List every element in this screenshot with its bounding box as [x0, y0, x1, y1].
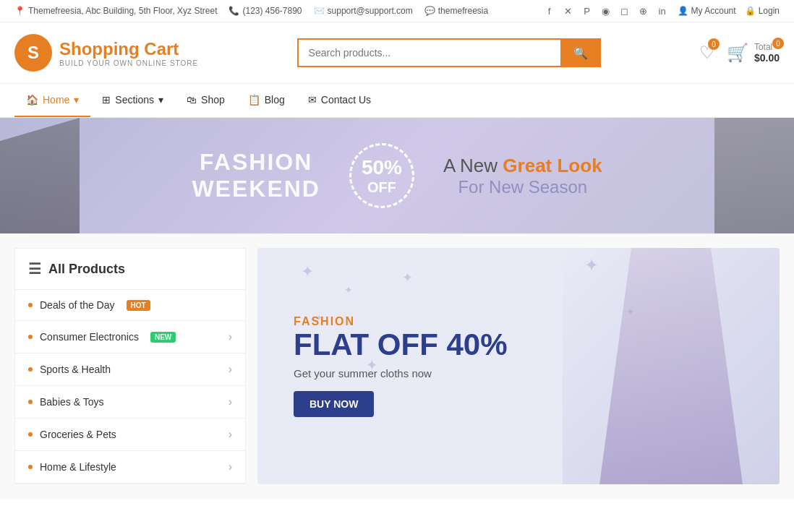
nav-item-blog[interactable]: 📋 Blog	[236, 84, 296, 117]
skype: 💬 themefreesia	[424, 6, 488, 16]
top-bar-right: f ✕ P ◉ ◻ ⊕ in 👤 My Account 🔒 Login	[543, 4, 780, 17]
social-icons: f ✕ P ◉ ◻ ⊕ in	[543, 4, 669, 17]
main-nav: 🏠 Home ▾ ⊞ Sections ▾ 🛍 Shop 📋 Blog ✉ Co…	[0, 83, 794, 118]
hero-text-fashion: FASHION WEEKEND	[192, 149, 320, 202]
linkedin-icon[interactable]: in	[656, 4, 669, 17]
main-content: ☰ All Products Deals of the Day HOT Cons…	[0, 233, 794, 499]
cart-icon: 🛒	[727, 43, 748, 63]
promo-panel: ✦ ✦ ✦ ✦ ✦ ✦ ✦ ✦ FASHION FLAT OFF 40% Get…	[257, 248, 780, 484]
wishlist-button[interactable]: ♡ 0	[699, 43, 715, 63]
bullet-icon	[28, 367, 33, 372]
hero-text-season: A New Great Look For New Season	[443, 155, 602, 197]
logo-text: Shopping Cart BUILD YOUR OWN ONLINE STOR…	[59, 39, 198, 67]
bullet-icon	[28, 400, 33, 404]
promo-title: FLAT OFF 40%	[294, 328, 508, 361]
cart-button[interactable]: 🛒 0 Total $0.00	[727, 42, 780, 64]
login-link[interactable]: 🔒 Login	[745, 6, 780, 16]
envelope-icon: ✉	[308, 94, 317, 106]
sidebar-header: ☰ All Products	[15, 249, 245, 290]
star-decoration: ✦	[402, 270, 413, 286]
hero-discount-circle: 50% OFF	[349, 143, 414, 208]
sidebar-item-groceries[interactable]: Groceries & Pets ›	[15, 419, 245, 451]
facebook-icon[interactable]: f	[543, 4, 556, 17]
nav-item-shop[interactable]: 🛍 Shop	[175, 84, 236, 117]
nav-item-contact[interactable]: ✉ Contact Us	[296, 84, 383, 117]
logo-subtitle: BUILD YOUR OWN ONLINE STORE	[59, 59, 198, 67]
skype-icon: 💬	[424, 6, 435, 16]
hero-banner: FASHION WEEKEND 50% OFF A New Great Look…	[0, 118, 794, 233]
wishlist-count: 0	[708, 38, 720, 50]
instagram-icon[interactable]: ◻	[618, 4, 631, 17]
chevron-right-icon: ›	[229, 460, 232, 473]
phone: 📞 (123) 456-7890	[229, 6, 302, 16]
account-icon: 👤	[678, 6, 688, 16]
bullet-icon	[28, 465, 33, 469]
chevron-right-icon: ›	[229, 330, 232, 343]
promo-content: FASHION FLAT OFF 40% Get your summer clo…	[257, 286, 544, 446]
chevron-down-icon: ▾	[158, 94, 163, 106]
hero-model-right	[714, 118, 794, 233]
search-bar: 🔍	[297, 38, 601, 67]
hero-content: FASHION WEEKEND 50% OFF A New Great Look…	[192, 143, 602, 208]
search-input[interactable]	[297, 38, 560, 67]
address: 📍 Themefreesia, Abc Building, 5th Floor,…	[14, 6, 217, 16]
header: S Shopping Cart BUILD YOUR OWN ONLINE ST…	[0, 22, 794, 83]
phone-icon: 📞	[229, 6, 239, 16]
hero-model-left	[0, 118, 80, 233]
logo-icon: S	[14, 34, 52, 72]
nav-item-sections[interactable]: ⊞ Sections ▾	[90, 84, 175, 117]
email: ✉️ support@support.com	[314, 6, 413, 16]
chevron-right-icon: ›	[229, 363, 232, 376]
top-bar-left: 📍 Themefreesia, Abc Building, 5th Floor,…	[14, 6, 488, 16]
promo-model-image	[563, 248, 780, 484]
header-actions: ♡ 0 🛒 0 Total $0.00	[699, 42, 780, 64]
top-bar: 📍 Themefreesia, Abc Building, 5th Floor,…	[0, 0, 794, 22]
logo-title: Shopping Cart	[59, 39, 198, 59]
nav-item-home[interactable]: 🏠 Home ▾	[14, 84, 90, 117]
cart-count: 0	[772, 38, 784, 49]
bullet-icon	[28, 335, 33, 339]
promo-subtitle: Get your summer cloths now	[294, 367, 508, 379]
buy-now-button[interactable]: BUY NOW	[294, 391, 374, 417]
sidebar: ☰ All Products Deals of the Day HOT Cons…	[14, 248, 246, 484]
cart-total-amount: $0.00	[754, 52, 780, 64]
star-decoration: ✦	[301, 262, 314, 281]
pinterest-icon[interactable]: P	[581, 4, 594, 17]
shop-icon: 🛍	[187, 94, 197, 106]
lock-icon: 🔒	[745, 6, 756, 16]
sidebar-item-sports[interactable]: Sports & Health ›	[15, 353, 245, 386]
menu-icon: ☰	[28, 260, 41, 278]
grid-icon: ⊞	[102, 94, 111, 106]
hot-badge: HOT	[127, 300, 150, 311]
sidebar-item-home[interactable]: Home & Lifestyle ›	[15, 451, 245, 484]
chevron-down-icon: ▾	[74, 94, 79, 106]
sidebar-item-deals[interactable]: Deals of the Day HOT	[15, 290, 245, 321]
bullet-icon	[28, 303, 33, 307]
blog-icon: 📋	[248, 94, 260, 106]
location-icon: 📍	[14, 6, 25, 16]
logo[interactable]: S Shopping Cart BUILD YOUR OWN ONLINE ST…	[14, 34, 198, 72]
email-icon: ✉️	[314, 6, 325, 16]
search-button[interactable]: 🔍	[560, 38, 601, 67]
bullet-icon	[28, 432, 33, 437]
my-account-link[interactable]: 👤 My Account	[678, 6, 736, 16]
twitter-icon[interactable]: ✕	[562, 4, 575, 17]
new-badge: NEW	[150, 332, 176, 343]
sidebar-item-electronics[interactable]: Consumer Electronics NEW ›	[15, 321, 245, 353]
sidebar-item-babies[interactable]: Babies & Toys ›	[15, 386, 245, 419]
home-icon: 🏠	[26, 94, 38, 106]
promo-category: FASHION	[294, 315, 508, 328]
flickr-icon[interactable]: ⊕	[637, 4, 650, 17]
dribbble-icon[interactable]: ◉	[599, 4, 612, 17]
chevron-right-icon: ›	[229, 428, 232, 441]
chevron-right-icon: ›	[229, 395, 232, 408]
